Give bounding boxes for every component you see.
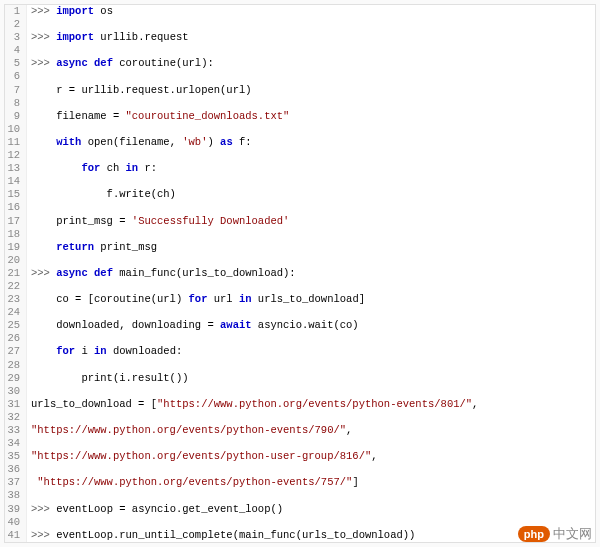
- code-line: 36: [5, 463, 595, 476]
- line-number: 12: [5, 149, 27, 162]
- line-number: 9: [5, 110, 27, 123]
- line-content: >>> import os: [27, 5, 595, 18]
- line-number: 19: [5, 241, 27, 254]
- code-token-fn: [31, 241, 56, 253]
- line-number: 5: [5, 57, 27, 70]
- line-number: 34: [5, 437, 27, 450]
- line-content: [27, 228, 595, 241]
- code-token-fn: ): [207, 136, 220, 148]
- code-token-fn: eventLoop.run_until_complete(main_func(u…: [56, 529, 415, 541]
- code-token-fn: print_msg: [94, 241, 157, 253]
- code-line: 6: [5, 70, 595, 83]
- code-token-fn: [31, 162, 81, 174]
- line-content: with open(filename, 'wb') as f:: [27, 136, 595, 149]
- code-token-kw: in: [239, 293, 252, 305]
- code-line: 20: [5, 254, 595, 267]
- code-token-fn: ,: [346, 424, 352, 436]
- line-number: 3: [5, 31, 27, 44]
- line-content: [27, 123, 595, 136]
- line-content: >>> eventLoop.run_until_complete(main_fu…: [27, 529, 595, 542]
- code-token-fn: coroutine(url):: [113, 57, 214, 69]
- code-token-fn: urls_to_download]: [252, 293, 365, 305]
- code-line: 27 for i in downloaded:: [5, 345, 595, 358]
- code-line: 14: [5, 175, 595, 188]
- line-content: [27, 18, 595, 31]
- watermark-logo: php 中文网: [518, 525, 592, 543]
- line-number: 38: [5, 489, 27, 502]
- line-content: [27, 437, 595, 450]
- code-line: 31urls_to_download = ["https://www.pytho…: [5, 398, 595, 411]
- code-token-fn: ]: [352, 476, 358, 488]
- code-token-str: "couroutine_downloads.txt": [126, 110, 290, 122]
- line-content: >>> eventLoop = asyncio.get_event_loop(): [27, 503, 595, 516]
- code-token-kw: in: [126, 162, 139, 174]
- code-token-kw: with: [56, 136, 81, 148]
- code-token-fn: asyncio.wait(co): [252, 319, 359, 331]
- code-token-fn: print_msg =: [31, 215, 132, 227]
- line-content: co = [coroutine(url) for url in urls_to_…: [27, 293, 595, 306]
- code-token-fn: os: [94, 5, 113, 17]
- line-content: downloaded, downloading = await asyncio.…: [27, 319, 595, 332]
- code-line: 7 r = urllib.request.urlopen(url): [5, 84, 595, 97]
- code-token-kw: as: [220, 136, 233, 148]
- line-content: "https://www.python.org/events/python-ev…: [27, 476, 595, 489]
- code-token-kw: for: [81, 162, 100, 174]
- line-number: 24: [5, 306, 27, 319]
- line-content: [27, 70, 595, 83]
- logo-badge: php: [518, 526, 550, 542]
- code-line: 10: [5, 123, 595, 136]
- code-line: 30: [5, 385, 595, 398]
- code-token-fn: filename =: [31, 110, 126, 122]
- code-line: 4: [5, 44, 595, 57]
- line-content: [27, 489, 595, 502]
- code-token-fn: open(filename,: [81, 136, 182, 148]
- line-content: [27, 306, 595, 319]
- code-token-fn: co = [coroutine(url): [31, 293, 189, 305]
- line-content: urls_to_download = ["https://www.python.…: [27, 398, 595, 411]
- line-number: 15: [5, 188, 27, 201]
- line-number: 21: [5, 267, 27, 280]
- line-content: return print_msg: [27, 241, 595, 254]
- code-token-prompt: >>>: [31, 57, 56, 69]
- code-token-fn: ,: [472, 398, 478, 410]
- code-line: 25 downloaded, downloading = await async…: [5, 319, 595, 332]
- line-number: 20: [5, 254, 27, 267]
- line-content: [27, 516, 595, 529]
- line-number: 18: [5, 228, 27, 241]
- line-number: 11: [5, 136, 27, 149]
- line-content: [27, 385, 595, 398]
- code-line: 26: [5, 332, 595, 345]
- code-line: 16: [5, 201, 595, 214]
- line-number: 10: [5, 123, 27, 136]
- code-token-fn: main_func(urls_to_download):: [113, 267, 296, 279]
- code-token-kw: await: [220, 319, 252, 331]
- code-token-prompt: >>>: [31, 5, 56, 17]
- code-token-fn: ,: [371, 450, 377, 462]
- line-content: >>> import urllib.request: [27, 31, 595, 44]
- code-line: 41>>> eventLoop.run_until_complete(main_…: [5, 529, 595, 542]
- code-token-fn: f:: [233, 136, 252, 148]
- code-token-prompt: >>>: [31, 31, 56, 43]
- line-number: 36: [5, 463, 27, 476]
- code-line: 32: [5, 411, 595, 424]
- line-content: [27, 44, 595, 57]
- line-content: for i in downloaded:: [27, 345, 595, 358]
- code-block: 1>>> import os23>>> import urllib.reques…: [4, 4, 596, 543]
- line-number: 25: [5, 319, 27, 332]
- code-token-fn: ch: [100, 162, 125, 174]
- line-number: 2: [5, 18, 27, 31]
- line-number: 28: [5, 359, 27, 372]
- line-content: [27, 280, 595, 293]
- line-content: [27, 254, 595, 267]
- line-number: 35: [5, 450, 27, 463]
- code-token-fn: r:: [138, 162, 157, 174]
- line-number: 1: [5, 5, 27, 18]
- code-line: 8: [5, 97, 595, 110]
- code-token-str: "https://www.python.org/events/python-ev…: [37, 476, 352, 488]
- line-number: 41: [5, 529, 27, 542]
- line-content: for ch in r:: [27, 162, 595, 175]
- code-token-prompt: >>>: [31, 503, 56, 515]
- line-number: 16: [5, 201, 27, 214]
- line-number: 13: [5, 162, 27, 175]
- code-line: 1>>> import os: [5, 5, 595, 18]
